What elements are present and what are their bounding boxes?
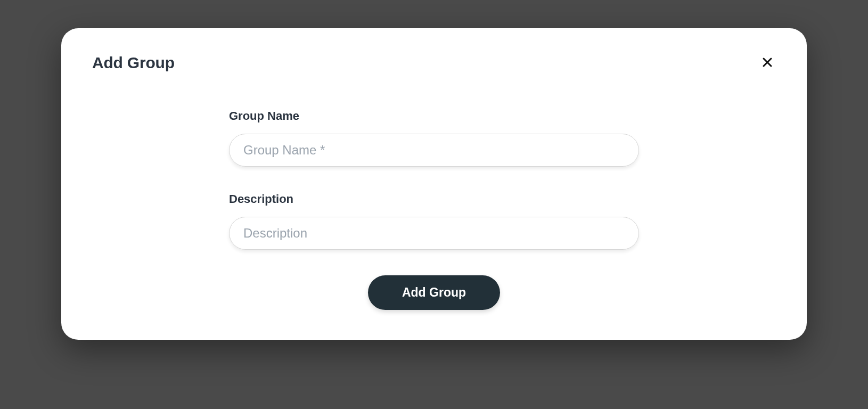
modal-title: Add Group bbox=[92, 54, 175, 72]
add-group-modal: Add Group Group Name Description Add Gro… bbox=[61, 28, 807, 340]
form-area: Group Name Description Add Group bbox=[229, 109, 639, 310]
group-name-field: Group Name bbox=[229, 109, 639, 167]
close-icon bbox=[761, 56, 774, 69]
close-button[interactable] bbox=[759, 54, 776, 71]
description-label: Description bbox=[229, 192, 639, 206]
group-name-input[interactable] bbox=[229, 134, 639, 167]
modal-header: Add Group bbox=[92, 54, 776, 72]
group-name-label: Group Name bbox=[229, 109, 639, 123]
description-input[interactable] bbox=[229, 217, 639, 250]
add-group-button[interactable]: Add Group bbox=[368, 275, 500, 310]
submit-row: Add Group bbox=[229, 275, 639, 310]
description-field: Description bbox=[229, 192, 639, 250]
